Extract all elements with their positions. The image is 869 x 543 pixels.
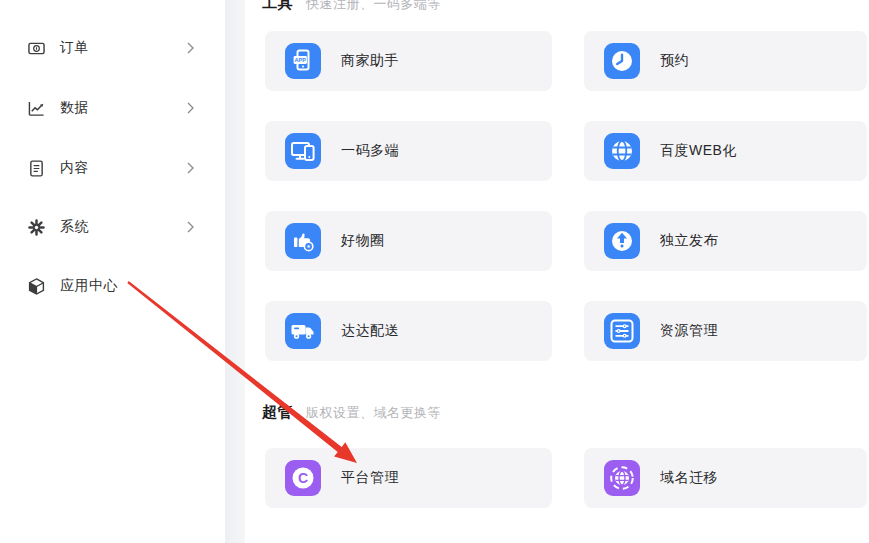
- app-center-page: { "sidebar": { "items": [ {"label": "订单"…: [0, 0, 869, 543]
- sidebar: 订单 数据 内容: [0, 0, 225, 543]
- sidebar-item-label: 应用中心: [60, 277, 118, 295]
- chevron-right-icon: [187, 221, 194, 233]
- sidebar-item-system[interactable]: 系统: [0, 214, 225, 240]
- section-title: 工具: [262, 0, 293, 13]
- sidebar-item-label: 内容: [60, 159, 89, 177]
- sliders-icon: [604, 313, 640, 349]
- merchant-app-icon: APP: [285, 43, 321, 79]
- data-icon: [28, 100, 45, 117]
- sidebar-item-content[interactable]: 内容: [0, 155, 225, 181]
- card-haowuquan[interactable]: ★ 好物圈: [265, 211, 552, 271]
- card-label: 达达配送: [341, 322, 399, 340]
- card-platform-management[interactable]: C 平台管理: [265, 448, 552, 508]
- svg-text:C: C: [298, 470, 308, 486]
- card-multi-terminal[interactable]: 一码多端: [265, 121, 552, 181]
- gear-icon: [28, 219, 45, 236]
- card-domain-migration[interactable]: 域名迁移: [584, 448, 867, 508]
- truck-icon: [285, 313, 321, 349]
- c-letter-icon: C: [285, 460, 321, 496]
- app-center-main: 工具 快速注册、一码多端等 APP 商家助手 预约: [245, 0, 869, 543]
- chevron-right-icon: [187, 42, 194, 54]
- card-resource-management[interactable]: 资源管理: [584, 301, 867, 361]
- sidebar-divider: [225, 0, 245, 543]
- sidebar-item-orders[interactable]: 订单: [0, 35, 225, 61]
- card-label: 一码多端: [341, 142, 399, 160]
- svg-text:APP: APP: [295, 57, 307, 63]
- sidebar-item-data[interactable]: 数据: [0, 95, 225, 121]
- clock-icon: [604, 43, 640, 79]
- section-title: 超管: [262, 403, 293, 422]
- sidebar-item-label: 订单: [60, 39, 89, 57]
- globe-icon: [604, 133, 640, 169]
- card-dada-delivery[interactable]: 达达配送: [265, 301, 552, 361]
- section-subtitle: 快速注册、一码多端等: [306, 0, 441, 13]
- globe-sync-icon: [604, 460, 640, 496]
- card-baidu-web[interactable]: 百度WEB化: [584, 121, 867, 181]
- content-icon: [28, 160, 45, 177]
- card-label: 独立发布: [660, 232, 718, 250]
- section-subtitle: 版权设置、域名更换等: [306, 404, 441, 422]
- sidebar-item-label: 数据: [60, 99, 89, 117]
- upload-icon: [604, 223, 640, 259]
- app-center-icon: [28, 278, 45, 295]
- card-label: 平台管理: [341, 469, 399, 487]
- chevron-right-icon: [187, 102, 194, 114]
- card-label: 资源管理: [660, 322, 718, 340]
- card-label: 好物圈: [341, 232, 385, 250]
- multi-device-icon: [285, 133, 321, 169]
- chevron-right-icon: [187, 162, 194, 174]
- card-independent-publish[interactable]: 独立发布: [584, 211, 867, 271]
- card-label: 百度WEB化: [660, 142, 737, 160]
- sidebar-item-label: 系统: [60, 218, 89, 236]
- sidebar-item-app-center[interactable]: 应用中心: [0, 273, 225, 299]
- card-label: 预约: [660, 52, 689, 70]
- card-merchant-assistant[interactable]: APP 商家助手: [265, 31, 552, 91]
- section-header-tools: 工具 快速注册、一码多端等: [262, 0, 441, 13]
- card-label: 域名迁移: [660, 469, 718, 487]
- thumbs-up-icon: ★: [285, 223, 321, 259]
- card-label: 商家助手: [341, 52, 399, 70]
- section-header-superadmin: 超管 版权设置、域名更换等: [262, 403, 441, 422]
- svg-text:★: ★: [306, 243, 311, 249]
- order-icon: [28, 40, 45, 57]
- card-appointment[interactable]: 预约: [584, 31, 867, 91]
